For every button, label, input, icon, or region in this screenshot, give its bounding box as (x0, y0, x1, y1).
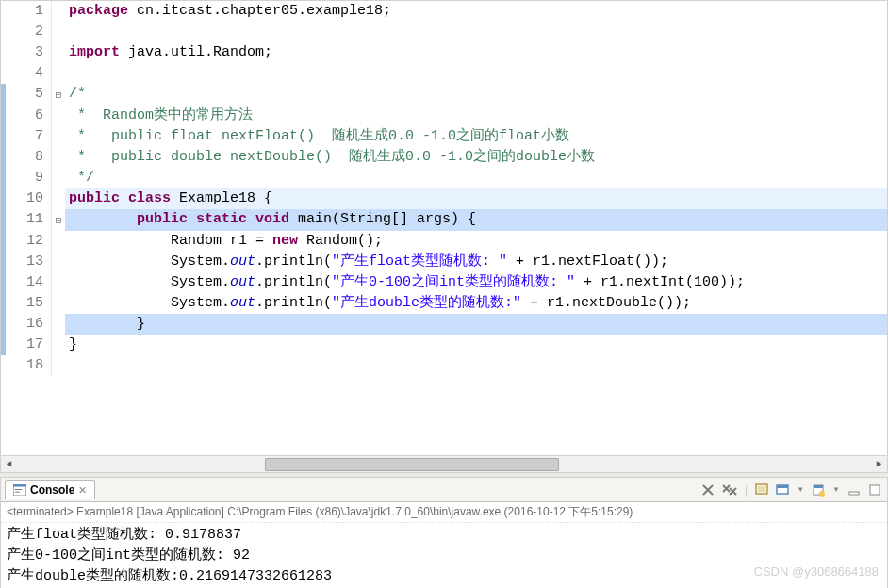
svg-rect-18 (870, 485, 880, 495)
code-line-7[interactable]: 7 * public float nextFloat() 随机生成0.0 -1.… (1, 126, 887, 147)
code-line-15[interactable]: 15 System.out.println("产生double类型的随机数:" … (1, 293, 887, 314)
code-line-6[interactable]: 6 * Random类中的常用方法 (1, 106, 887, 126)
svg-rect-1 (13, 484, 26, 487)
code-text (65, 63, 887, 84)
code-line-9[interactable]: 9 */ (1, 168, 887, 188)
tab-console[interactable]: Console ✕ (5, 480, 95, 499)
remove-launch-icon[interactable] (701, 483, 715, 497)
fold-gutter (52, 1, 65, 22)
svg-rect-2 (15, 489, 23, 490)
line-number: 14 (1, 272, 52, 293)
svg-rect-15 (814, 485, 823, 488)
line-number: 2 (1, 22, 52, 42)
line-number: 16 (1, 314, 52, 335)
fold-gutter (52, 293, 65, 314)
fold-gutter (52, 42, 65, 63)
svg-rect-11 (758, 486, 765, 492)
console-line: 产生0-100之间int类型的随机数: 92 (7, 546, 881, 566)
fold-collapse-icon[interactable] (52, 209, 65, 231)
line-number: 9 (1, 168, 52, 188)
code-line-16[interactable]: 16 } (1, 314, 887, 335)
fold-gutter (52, 188, 65, 209)
code-text: package cn.itcast.chapter05.example18; (65, 1, 887, 22)
svg-rect-17 (849, 492, 859, 495)
line-number: 5 (1, 84, 52, 106)
console-output[interactable]: 产生float类型随机数: 0.9178837产生0-100之间int类型的随机… (1, 523, 887, 588)
line-number: 18 (1, 355, 52, 376)
code-text: public class Example18 { (65, 188, 887, 209)
console-status-line: <terminated> Example18 [Java Application… (1, 502, 887, 523)
svg-rect-13 (777, 485, 788, 488)
svg-rect-3 (15, 492, 20, 493)
scroll-thumb[interactable] (265, 458, 559, 471)
code-line-5[interactable]: 5/* (1, 84, 887, 106)
code-line-8[interactable]: 8 * public double nextDouble() 随机生成0.0 -… (1, 147, 887, 168)
tab-console-label: Console (30, 483, 74, 497)
svg-point-16 (819, 491, 825, 497)
code-text: */ (65, 168, 887, 188)
code-area[interactable]: 1package cn.itcast.chapter05.example18;2… (1, 1, 887, 455)
fold-collapse-icon[interactable] (52, 84, 65, 106)
fold-gutter (52, 355, 65, 376)
line-number: 7 (1, 126, 52, 147)
code-text: System.out.println("产生0-100之间int类型的随机数: … (65, 272, 887, 293)
code-text: /* (65, 84, 887, 106)
code-text (65, 22, 887, 42)
console-tabbar: Console ✕ | ▼ ▼ (1, 478, 887, 502)
display-icon[interactable] (776, 483, 789, 497)
line-number: 15 (1, 293, 52, 314)
line-number: 11 (1, 209, 52, 231)
code-text: System.out.println("产生double类型的随机数:" + r… (65, 293, 887, 314)
code-text: * Random类中的常用方法 (65, 106, 887, 126)
line-number: 13 (1, 252, 52, 272)
line-number: 3 (1, 42, 52, 63)
code-line-14[interactable]: 14 System.out.println("产生0-100之间int类型的随机… (1, 272, 887, 293)
remove-all-icon[interactable] (722, 483, 737, 497)
code-line-18[interactable]: 18 (1, 355, 887, 376)
code-line-17[interactable]: 17} (1, 335, 887, 355)
fold-gutter (52, 63, 65, 84)
console-icon (13, 484, 26, 496)
minimize-icon[interactable] (847, 483, 861, 497)
maximize-icon[interactable] (868, 483, 881, 497)
code-line-13[interactable]: 13 System.out.println("产生float类型随机数: " +… (1, 252, 887, 272)
line-number: 4 (1, 63, 52, 84)
pin-icon[interactable] (755, 483, 768, 497)
line-number: 1 (1, 1, 52, 22)
code-text: import java.util.Random; (65, 42, 887, 63)
code-line-1[interactable]: 1package cn.itcast.chapter05.example18; (1, 1, 887, 22)
fold-gutter (52, 126, 65, 147)
code-text: * public float nextFloat() 随机生成0.0 -1.0之… (65, 126, 887, 147)
fold-gutter (52, 168, 65, 188)
code-line-3[interactable]: 3import java.util.Random; (1, 42, 887, 63)
code-editor: 1package cn.itcast.chapter05.example18;2… (0, 0, 888, 473)
fold-gutter (52, 335, 65, 355)
fold-gutter (52, 272, 65, 293)
close-icon[interactable]: ✕ (78, 484, 87, 497)
code-line-12[interactable]: 12 Random r1 = new Random(); (1, 231, 887, 252)
code-line-4[interactable]: 4 (1, 63, 887, 84)
fold-gutter (52, 106, 65, 126)
code-text: * public double nextDouble() 随机生成0.0 -1.… (65, 147, 887, 168)
code-line-2[interactable]: 2 (1, 22, 887, 42)
line-number: 12 (1, 231, 52, 252)
code-text (65, 355, 887, 376)
fold-gutter (52, 252, 65, 272)
code-line-10[interactable]: 10public class Example18 { (1, 188, 887, 209)
open-console-icon[interactable] (812, 483, 825, 497)
code-text: System.out.println("产生float类型随机数: " + r1… (65, 252, 887, 272)
line-number: 8 (1, 147, 52, 168)
code-line-11[interactable]: 11 public static void main(String[] args… (1, 209, 887, 231)
line-number: 6 (1, 106, 52, 126)
console-panel: Console ✕ | ▼ ▼ <terminated> Example18 [… (0, 477, 888, 588)
horizontal-scrollbar[interactable]: ◄ ► (1, 455, 887, 472)
fold-gutter (52, 231, 65, 252)
console-toolbar: | ▼ ▼ (701, 483, 887, 497)
code-text: Random r1 = new Random(); (65, 231, 887, 252)
code-text: } (65, 314, 887, 335)
console-line: 产生double类型的随机数:0.2169147332661283 (7, 566, 881, 587)
console-line: 产生float类型随机数: 0.9178837 (7, 525, 881, 546)
scroll-left-icon[interactable]: ◄ (1, 456, 17, 472)
scroll-right-icon[interactable]: ► (871, 456, 887, 472)
fold-gutter (52, 22, 65, 42)
